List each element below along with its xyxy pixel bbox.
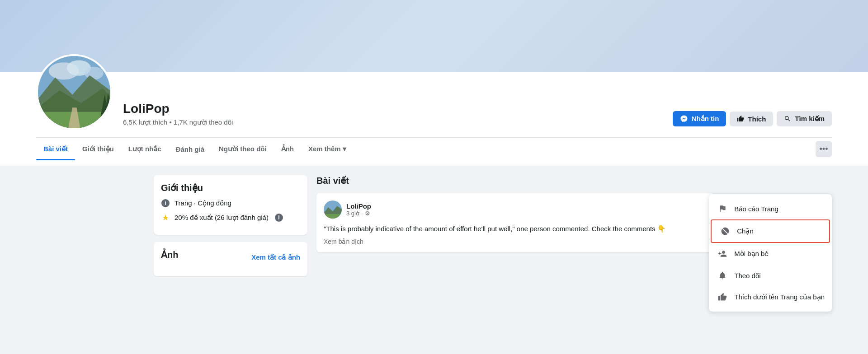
post-author-avatar [324,200,342,219]
block-icon [719,225,731,238]
post-translate[interactable]: Xem bản dịch [324,238,707,245]
tab-luot-nhac[interactable]: Lượt nhắc [121,140,169,158]
info-icon: i [161,199,170,208]
dropdown-item-report[interactable]: Báo cáo Trang [709,198,832,219]
like-button[interactable]: Thích [730,112,773,126]
post-meta: 3 giờ · ⚙ [346,210,371,217]
dropdown-item-invite[interactable]: Mời bạn bè [709,243,832,265]
photos-card: Ảnh Xem tất cả ảnh [154,242,307,276]
tab-nguoi-theo-doi[interactable]: Người theo dõi [212,140,274,158]
search-label: Tìm kiếm [795,115,825,123]
search-button[interactable]: Tìm kiếm [777,111,832,126]
profile-info: LoliPop 6,5K lượt thích • 1,7K người the… [123,101,662,130]
main-content: Giới thiệu i Trang · Cộng đồng ★ 20% đề … [118,166,750,293]
post-card: LoliPop 3 giờ · ⚙ "This is probably indi… [316,193,714,252]
right-column: Bài viết LoliPop 3 giờ · ⚙ [316,175,714,284]
add-friend-icon [716,247,729,260]
tab-danh-gia[interactable]: Đánh giá [169,140,212,158]
avatar [36,54,112,130]
dropdown-item-follow[interactable]: Theo dõi [709,265,832,286]
tab-xem-them[interactable]: Xem thêm ▾ [301,140,354,158]
message-label: Nhắn tin [692,115,719,123]
post-author-name: LoliPop [346,202,371,210]
ellipsis-icon: ••• [820,144,828,154]
posts-header: Bài viết [316,175,714,186]
dropdown-item-like-as-page[interactable]: Thích dưới tên Trang của bạn [709,286,832,293]
flag-icon [716,202,729,215]
like-label: Thích [748,115,766,123]
rating-info-icon: i [275,214,283,222]
dropdown-menu: Báo cáo Trang Chặn Mời bạn bè [709,194,832,293]
intro-rating: ★ 20% đề xuất (26 lượt đánh giá) i [161,213,300,222]
nav-tabs: Bài viết Giới thiệu Lượt nhắc Đánh giá N… [36,137,832,158]
intro-title: Giới thiệu [161,182,300,193]
intro-type: i Trang · Cộng đồng [161,199,300,208]
profile-section: LoliPop 6,5K lượt thích • 1,7K người the… [0,72,868,166]
tab-bai-viet[interactable]: Bài viết [36,140,75,158]
settings-icon: ⚙ [365,210,370,217]
dropdown-item-block[interactable]: Chặn [711,219,830,243]
cover-photo [0,0,868,72]
follow-icon [716,269,729,282]
like-page-icon [716,291,729,293]
message-button[interactable]: Nhắn tin [673,111,726,126]
page-name: LoliPop [123,101,662,116]
see-all-photos-link[interactable]: Xem tất cả ảnh [251,253,300,261]
tab-anh[interactable]: Ảnh [274,140,301,158]
more-options-button[interactable]: ••• [816,141,832,157]
post-text: "This is probably indicative of the amou… [324,224,707,234]
page-stats: 6,5K lượt thích • 1,7K người theo dõi [123,118,662,126]
svg-point-3 [85,67,104,80]
tab-gioi-thieu[interactable]: Giới thiệu [75,140,121,158]
intro-card: Giới thiệu i Trang · Cộng đồng ★ 20% đề … [154,175,307,235]
photos-title: Ảnh [161,249,178,260]
svg-rect-12 [324,214,342,219]
left-column: Giới thiệu i Trang · Cộng đồng ★ 20% đề … [154,175,307,284]
star-icon: ★ [161,213,170,222]
profile-actions: Nhắn tin Thích Tìm kiếm [673,111,832,130]
